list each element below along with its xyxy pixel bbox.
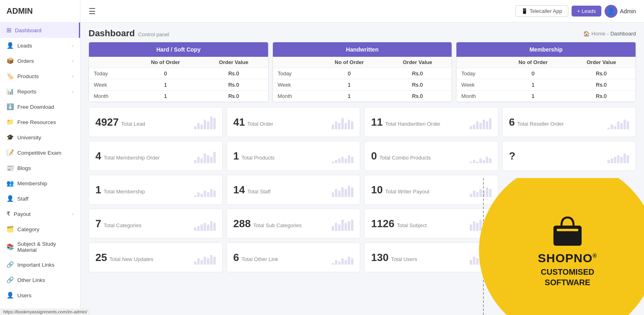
sidebar-item-products[interactable]: 🏷️ Products ‹ xyxy=(0,68,80,84)
sidebar-item-competitive-exam[interactable]: 📝 Competitive Exam xyxy=(0,145,80,160)
sidebar-item-dashboard[interactable]: ⊞ Dashboard xyxy=(0,23,80,38)
bar xyxy=(335,189,337,197)
bar xyxy=(332,124,334,129)
bar xyxy=(489,255,491,265)
sidebar-item-category[interactable]: 🗂️ Category xyxy=(0,222,80,237)
sidebar-item-university[interactable]: 🎓 University xyxy=(0,130,80,145)
sidebar-icon-subject-study: 📚 xyxy=(6,243,14,251)
bar xyxy=(483,120,485,129)
bar xyxy=(207,192,209,197)
chevron-icon: ‹ xyxy=(72,58,74,63)
sidebar-label-leads: Leads xyxy=(17,43,32,49)
sidebar-item-leads[interactable]: 👤 Leads ‹ xyxy=(0,38,80,53)
bar xyxy=(341,187,344,197)
metric-card-total-staff[interactable]: 14 Total Staff xyxy=(227,175,361,205)
sidebar-label-payout: Payout xyxy=(14,211,31,217)
metric-label-total-membership-order: Total Membership Order xyxy=(103,155,159,161)
metric-card-total-subject[interactable]: 1126 Total Subject xyxy=(364,209,498,238)
bar-chart-icon xyxy=(470,182,491,197)
url-bar: https://bookmyassignments.com/im-admin/ xyxy=(0,309,90,315)
sidebar-item-staff[interactable]: 👤 Staff xyxy=(0,191,80,206)
sidebar-label-category: Category xyxy=(17,226,39,232)
sidebar-item-reports[interactable]: 📊 Reports ‹ xyxy=(0,84,80,99)
bar xyxy=(200,158,203,163)
bar-chart-icon xyxy=(607,115,629,129)
bar xyxy=(204,257,206,265)
bar xyxy=(351,157,353,163)
metric-label-total-other-link: Total Other Link xyxy=(242,256,278,262)
metric-label-total-products: Total Products xyxy=(242,155,275,161)
bar xyxy=(204,191,206,197)
app-logo: ADMIN xyxy=(0,0,80,23)
telecaller-button[interactable]: 📱 Telecaller App xyxy=(515,5,568,17)
metric-card-total-writer-payout[interactable]: 10 Total Writer Payout xyxy=(364,175,498,205)
stats-card-handwritten: Handwritten No of Order Order Value Toda… xyxy=(272,42,452,102)
sidebar-item-free-resources[interactable]: 📁 Free Resources xyxy=(0,114,80,130)
bar xyxy=(627,121,629,129)
sidebar-item-payout[interactable]: ₹ Payout ‹ xyxy=(0,206,80,222)
metric-card-total-reseller-order[interactable]: 6 Total Reseller Order xyxy=(502,107,636,137)
metric-card-total-users[interactable]: 130 Total Users xyxy=(364,242,498,272)
bar xyxy=(210,116,213,129)
sidebar-label-orders: Orders xyxy=(17,58,34,64)
sidebar-item-subject-study[interactable]: 📚 Subject & Study Material xyxy=(0,237,80,257)
sidebar-item-important-links[interactable]: 🔗 Important Links xyxy=(0,257,80,272)
bar xyxy=(348,155,350,163)
bar xyxy=(476,162,479,163)
metric-value-total-new-updates: 25 xyxy=(95,251,107,264)
metric-card-metric-hidden[interactable]: ? xyxy=(502,141,636,171)
sidebar-item-blogs[interactable]: 📰 Blogs xyxy=(0,160,80,176)
sidebar-icon-blogs: 📰 xyxy=(6,164,14,172)
metric-left: 4 Total Membership Order xyxy=(95,150,160,162)
metric-card-total-lead[interactable]: 4927 Total Lead xyxy=(89,107,223,137)
metric-left: 7 Total Categories xyxy=(95,218,141,230)
hamburger-icon[interactable]: ☰ xyxy=(89,6,96,16)
stats-tables: Hard / Soft Copy No of Order Order Value… xyxy=(80,42,644,107)
metric-card-total-membership-order[interactable]: 4 Total Membership Order xyxy=(89,141,223,171)
breadcrumb-home[interactable]: Home xyxy=(591,31,605,37)
bar xyxy=(338,261,341,265)
metric-card-total-new-updates[interactable]: 25 Total New Updates xyxy=(89,242,223,272)
metric-card-total-order[interactable]: 41 Total Order xyxy=(227,107,361,137)
metric-card-total-membership[interactable]: 1 Total Membership xyxy=(89,175,223,205)
sidebar-icon-reports: 📊 xyxy=(6,88,14,95)
bar xyxy=(348,221,350,231)
sidebar-item-free-download[interactable]: ⬇️ Free Download xyxy=(0,99,80,114)
bar xyxy=(607,128,610,129)
bar xyxy=(338,191,341,197)
metric-label-total-staff: Total Staff xyxy=(247,189,270,195)
bar xyxy=(207,258,209,265)
sidebar-item-orders[interactable]: 📦 Orders ‹ xyxy=(0,53,80,68)
metric-label-total-order: Total Order xyxy=(247,121,273,127)
metric-left: 130 Total Users xyxy=(371,251,417,264)
sidebar-item-membership[interactable]: 👥 Membership xyxy=(0,176,80,191)
metric-card-total-other-link[interactable]: 6 Total Other Link xyxy=(227,242,361,272)
metric-card-total-categories[interactable]: 7 Total Categories xyxy=(89,209,223,238)
bar xyxy=(489,220,491,231)
bar-chart-icon xyxy=(194,149,216,163)
leads-button[interactable]: + Leads xyxy=(572,6,602,17)
user-menu[interactable]: 👤 Admin xyxy=(605,5,636,18)
bar xyxy=(210,221,213,231)
metric-value-total-lead: 4927 xyxy=(95,116,119,128)
metric-card-total-combo-products[interactable]: 0 Total Combo Products xyxy=(364,141,498,171)
metric-label-total-subject: Total Subject xyxy=(397,222,427,228)
bar xyxy=(620,123,623,129)
metric-left: 288 Total Sub Categories xyxy=(233,218,302,230)
sidebar-icon-other-links: 🔗 xyxy=(6,276,14,284)
bar xyxy=(200,260,203,265)
metric-card-total-products[interactable]: 1 Total Products xyxy=(227,141,361,171)
bar xyxy=(338,123,341,129)
sidebar-icon-dashboard: ⊞ xyxy=(6,27,12,34)
metric-card-total-handwritten-order[interactable]: 11 Total Handwritten Order xyxy=(364,107,498,137)
stats-card-membership: Membership No of Order Order Value Today… xyxy=(456,42,636,102)
metric-value-total-products: 1 xyxy=(233,150,239,162)
bar xyxy=(213,257,216,265)
bar xyxy=(210,157,213,163)
sidebar-item-users[interactable]: 👤 Users xyxy=(0,288,80,303)
bar xyxy=(483,221,485,231)
sidebar-icon-free-resources: 📁 xyxy=(6,118,14,126)
metric-card-total-sub-categories[interactable]: 288 Total Sub Categories xyxy=(227,209,361,238)
avatar: 👤 xyxy=(605,5,617,18)
sidebar-item-other-links[interactable]: 🔗 Other Links xyxy=(0,272,80,288)
